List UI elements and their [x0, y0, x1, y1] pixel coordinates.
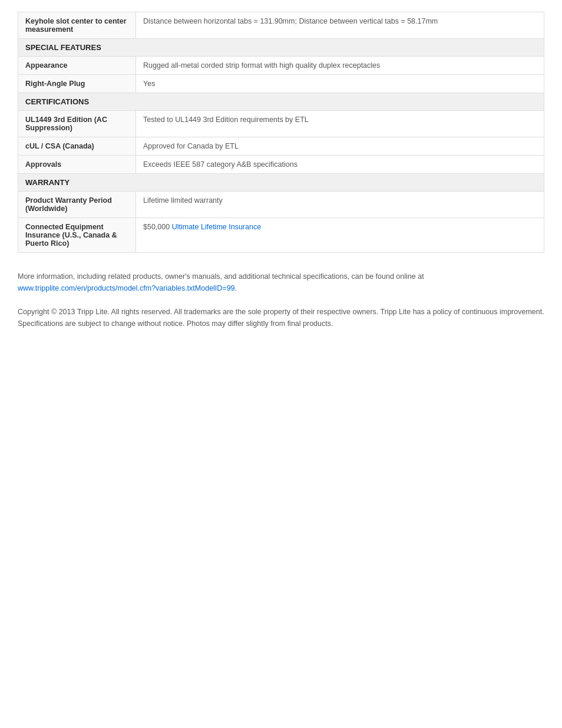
- section-header-label: SPECIAL FEATURES: [18, 39, 544, 57]
- row-value: Approved for Canada by ETL: [136, 137, 544, 156]
- section-header-label: CERTIFICATIONS: [18, 93, 544, 111]
- insurance-prefix: $50,000: [143, 223, 172, 231]
- row-label: Connected Equipment Insurance (U.S., Can…: [18, 218, 136, 253]
- section-header-certifications: CERTIFICATIONS: [18, 93, 544, 111]
- footer-info: More information, including related prod…: [18, 271, 544, 294]
- row-value: Tested to UL1449 3rd Edition requirement…: [136, 111, 544, 137]
- insurance-row-value: $50,000 Ultimate Lifetime Insurance: [136, 218, 544, 253]
- insurance-link[interactable]: Ultimate Lifetime Insurance: [172, 223, 261, 231]
- table-row: Right-Angle Plug Yes: [18, 75, 544, 93]
- table-row: Product Warranty Period (Worldwide) Life…: [18, 192, 544, 218]
- row-value: Yes: [136, 75, 544, 93]
- row-value: Distance between horizontal tabs = 131.9…: [136, 12, 544, 39]
- section-header-warranty: WARRANTY: [18, 174, 544, 192]
- row-label: Product Warranty Period (Worldwide): [18, 192, 136, 218]
- section-header-special-features: SPECIAL FEATURES: [18, 39, 544, 57]
- row-value: Exceeds IEEE 587 category A&B specificat…: [136, 156, 544, 174]
- table-row: Keyhole slot center to center measuremen…: [18, 12, 544, 39]
- copyright: Copyright © 2013 Tripp Lite. All rights …: [18, 306, 544, 330]
- row-value: Rugged all-metal corded strip format wit…: [136, 57, 544, 75]
- table-row: cUL / CSA (Canada) Approved for Canada b…: [18, 137, 544, 156]
- row-label: Appearance: [18, 57, 136, 75]
- row-label: Right-Angle Plug: [18, 75, 136, 93]
- row-label: Keyhole slot center to center measuremen…: [18, 12, 136, 39]
- table-row: Approvals Exceeds IEEE 587 category A&B …: [18, 156, 544, 174]
- table-row: UL1449 3rd Edition (AC Suppression) Test…: [18, 111, 544, 137]
- footer-info-link[interactable]: www.tripplite.com/en/products/model.cfm?…: [18, 284, 237, 292]
- row-label: Approvals: [18, 156, 136, 174]
- table-row: Appearance Rugged all-metal corded strip…: [18, 57, 544, 75]
- row-value: Lifetime limited warranty: [136, 192, 544, 218]
- row-label: cUL / CSA (Canada): [18, 137, 136, 156]
- footer-info-text: More information, including related prod…: [18, 272, 424, 281]
- specs-table: Keyhole slot center to center measuremen…: [18, 12, 544, 253]
- table-row: Connected Equipment Insurance (U.S., Can…: [18, 218, 544, 253]
- section-header-label: WARRANTY: [18, 174, 544, 192]
- row-label: UL1449 3rd Edition (AC Suppression): [18, 111, 136, 137]
